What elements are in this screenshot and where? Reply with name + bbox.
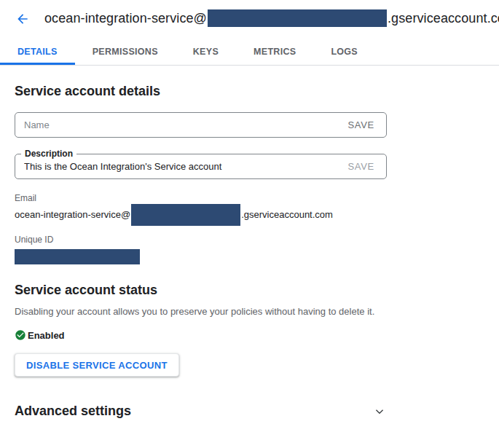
name-save-button[interactable]: SAVE [347, 119, 374, 130]
redacted-unique-id [15, 249, 140, 264]
tab-permissions[interactable]: PERMISSIONS [75, 38, 176, 65]
description-save-button[interactable]: SAVE [347, 161, 374, 172]
description-field: Description SAVE [15, 154, 387, 179]
tab-keys[interactable]: KEYS [176, 38, 236, 65]
unique-id-label: Unique ID [15, 235, 387, 245]
chevron-down-icon [372, 404, 387, 419]
tab-logs-label: LOGS [331, 47, 358, 57]
tab-bar: DETAILS PERMISSIONS KEYS METRICS LOGS [0, 38, 499, 66]
tab-metrics[interactable]: METRICS [236, 38, 313, 65]
disable-service-account-button[interactable]: DISABLE SERVICE ACCOUNT [15, 353, 179, 377]
advanced-settings-heading: Advanced settings [15, 404, 131, 419]
page-title: ocean-integration-service@.gserviceaccou… [44, 9, 499, 29]
details-section-heading: Service account details [15, 84, 387, 99]
name-input[interactable] [24, 119, 336, 130]
page-title-suffix: .gserviceaccount.com [388, 11, 499, 25]
page-title-prefix: ocean-integration-service@ [44, 11, 207, 25]
tab-details-label: DETAILS [17, 47, 58, 57]
check-circle-icon [15, 329, 26, 341]
email-label: Email [15, 193, 387, 203]
email-value-prefix: ocean-integration-service@ [15, 209, 130, 220]
status-badge: Enabled [28, 330, 65, 341]
tab-details[interactable]: DETAILS [0, 38, 75, 65]
redacted-email-project-id [131, 204, 240, 226]
tab-permissions-label: PERMISSIONS [93, 47, 158, 57]
redacted-project-id [208, 9, 387, 27]
arrow-back-icon [15, 12, 30, 26]
name-field: SAVE [15, 112, 387, 138]
advanced-settings-expander[interactable]: Advanced settings [15, 404, 387, 419]
tab-metrics-label: METRICS [254, 47, 296, 57]
description-field-label: Description [21, 149, 76, 160]
header: ocean-integration-service@.gserviceaccou… [0, 0, 499, 38]
tab-keys-label: KEYS [193, 47, 219, 57]
status-row: Enabled [15, 329, 387, 341]
tab-logs[interactable]: LOGS [313, 38, 375, 65]
status-description: Disabling your account allows you to pre… [15, 306, 387, 318]
description-input[interactable] [24, 161, 336, 172]
status-section-heading: Service account status [15, 283, 387, 298]
main-content: Service account details SAVE Description… [15, 84, 387, 419]
email-value: ocean-integration-service@ .gserviceacco… [15, 203, 387, 226]
back-button[interactable] [12, 9, 33, 29]
email-value-suffix: .gserviceaccount.com [241, 209, 333, 220]
